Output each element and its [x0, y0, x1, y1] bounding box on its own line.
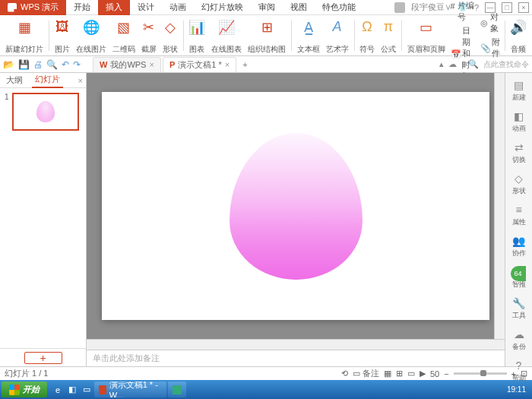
tb-ie-icon[interactable]: e [52, 384, 64, 396]
rp-animate[interactable]: ◧动画 [512, 110, 526, 134]
slide-canvas[interactable] [102, 92, 489, 320]
replay-icon[interactable]: ⟲ [341, 369, 348, 378]
view-sorter-icon[interactable]: ⊞ [396, 369, 403, 378]
zoom-in-icon[interactable]: + [511, 369, 516, 378]
close-icon[interactable]: × [225, 60, 230, 69]
ribbon-insert: ▦新建幻灯片 🖼图片 🌐在线图片 ▧二维码 ✂截屏 ◇形状 📊图表 📈在线图表 … [0, 15, 532, 56]
rp-props[interactable]: ≡属性 [512, 204, 526, 227]
undo-icon[interactable]: ↶ [62, 59, 69, 70]
view-reading-icon[interactable]: ▭ [407, 369, 415, 378]
sound-button[interactable]: 🔊音频 [508, 17, 529, 55]
slide-number-button[interactable]: #幻灯片编号 [449, 0, 477, 24]
picture-button[interactable]: 🖼图片 [52, 17, 72, 55]
maximize-button[interactable]: □ [502, 2, 512, 13]
add-tab-button[interactable]: + [238, 60, 252, 69]
preview-icon[interactable]: 🔍 [46, 59, 58, 70]
tab-view[interactable]: 视图 [283, 0, 315, 15]
notes-pane[interactable]: 单击此处添加备注 [87, 350, 505, 366]
tab-animation[interactable]: 动画 [162, 0, 194, 15]
rp-backup[interactable]: ☁备份 [512, 328, 526, 352]
rp-collab[interactable]: 👥协作 [512, 235, 526, 258]
panel-tab-outline[interactable]: 大纲 [3, 73, 26, 87]
wordart-button[interactable]: A艺术字 [324, 17, 351, 55]
save-icon[interactable]: 💾 [18, 59, 30, 70]
fit-icon[interactable]: ⊡ [521, 369, 527, 378]
panel-close-icon[interactable]: × [78, 76, 83, 85]
app-badge: WPS 演示 [0, 0, 66, 15]
zoom-slider[interactable] [454, 372, 507, 375]
user-avatar-icon[interactable] [394, 2, 405, 13]
start-button[interactable]: 开始 [2, 382, 47, 397]
file-tab-presentation[interactable]: P演示文稿1 *× [163, 57, 236, 72]
qrcode-button[interactable]: ▧二维码 [110, 17, 138, 55]
right-panel: ▤新建 ◧动画 ⇄切换 ◇形状 ≡属性 👥协作 ◉智推64 🔧工具 ☁备份 ?帮… [505, 73, 532, 366]
vertical-scrollbar[interactable] [494, 73, 505, 339]
rp-tools[interactable]: 🔧工具 [512, 297, 526, 321]
user-name[interactable]: 段宇俊豆∨ [411, 2, 451, 13]
tab-start[interactable]: 开始 [66, 0, 98, 15]
rp-transition[interactable]: ⇄切换 [512, 141, 526, 165]
header-footer-button[interactable]: ▭页眉和页脚 [405, 17, 448, 55]
horizontal-scrollbar[interactable] [87, 339, 505, 350]
textbox-button[interactable]: A̲文本框 [295, 17, 322, 55]
tb-screen-icon[interactable]: ▭ [81, 384, 93, 396]
rp-shape[interactable]: ◇形状 [512, 173, 526, 196]
badge-64: 64 [511, 266, 526, 281]
tb-layers-icon[interactable]: ◧ [66, 384, 78, 396]
cloud-icon[interactable]: ☁ [448, 59, 457, 69]
search-hint[interactable]: 点此查找命令 [483, 59, 529, 70]
notes-toggle[interactable]: ▭ 备注 [353, 368, 379, 379]
tab-feature[interactable]: 特色功能 [315, 0, 363, 15]
search-icon[interactable]: 🔍 [468, 59, 479, 69]
new-slide-button[interactable]: ▦新建幻灯片 [3, 17, 46, 55]
collapse-ribbon-icon[interactable]: ▴ [439, 59, 444, 69]
panel-tab-slides[interactable]: 幻灯片 [32, 72, 63, 88]
attachment-button[interactable]: 📎附件 [479, 36, 502, 60]
add-slide-button[interactable]: + [24, 352, 62, 364]
online-pic-button[interactable]: 🌐在线图片 [74, 17, 109, 55]
zoom-value[interactable]: 50 [430, 369, 439, 378]
online-chart-button[interactable]: 📈在线图表 [209, 17, 244, 55]
slide-thumbnail-1[interactable]: 1 [5, 93, 81, 131]
zoom-out-icon[interactable]: − [444, 369, 448, 378]
object-button[interactable]: ◎对象 [479, 11, 502, 35]
rp-new[interactable]: ▤新建 [512, 79, 526, 103]
thumb-number: 1 [5, 93, 9, 131]
slide-counter: 幻灯片 1 / 1 [5, 368, 48, 379]
screenshot-button[interactable]: ✂截屏 [139, 17, 159, 55]
chart-button[interactable]: 📊图表 [186, 17, 207, 55]
view-normal-icon[interactable]: ▦ [384, 369, 391, 378]
symbol-button[interactable]: Ω符号 [357, 17, 377, 55]
tab-insert[interactable]: 插入 [98, 0, 130, 15]
smartart-button[interactable]: ⊞组织结构图 [245, 17, 288, 55]
egg-shape[interactable] [230, 133, 363, 280]
menu-tabs: 开始 插入 设计 动画 幻灯片放映 审阅 视图 特色功能 [66, 0, 363, 15]
shapes-button[interactable]: ◇形状 [160, 17, 180, 55]
thumb-egg-shape [36, 101, 55, 122]
file-tab-mywps[interactable]: W我的WPS× [93, 57, 161, 72]
open-icon[interactable]: 📂 [3, 59, 14, 70]
tab-slideshow[interactable]: 幻灯片放映 [194, 0, 251, 15]
redo-icon[interactable]: ↷ [73, 59, 81, 70]
tab-review[interactable]: 审阅 [251, 0, 283, 15]
slide-panel: 大纲 幻灯片 × 1 + [0, 73, 87, 366]
taskbar-item-2[interactable] [168, 382, 186, 397]
taskbar-item-wps[interactable]: 演示文稿1 * - W... [94, 382, 166, 397]
close-button[interactable]: × [518, 2, 529, 13]
rp-smart[interactable]: ◉智推64 [512, 266, 526, 290]
close-icon[interactable]: × [149, 60, 154, 69]
taskbar-clock[interactable]: 19:11 [502, 385, 530, 394]
view-slideshow-icon[interactable]: ▶ [420, 369, 426, 378]
formula-button[interactable]: π公式 [378, 17, 398, 55]
tab-design[interactable]: 设计 [130, 0, 162, 15]
print-icon[interactable]: 🖨 [33, 59, 43, 70]
